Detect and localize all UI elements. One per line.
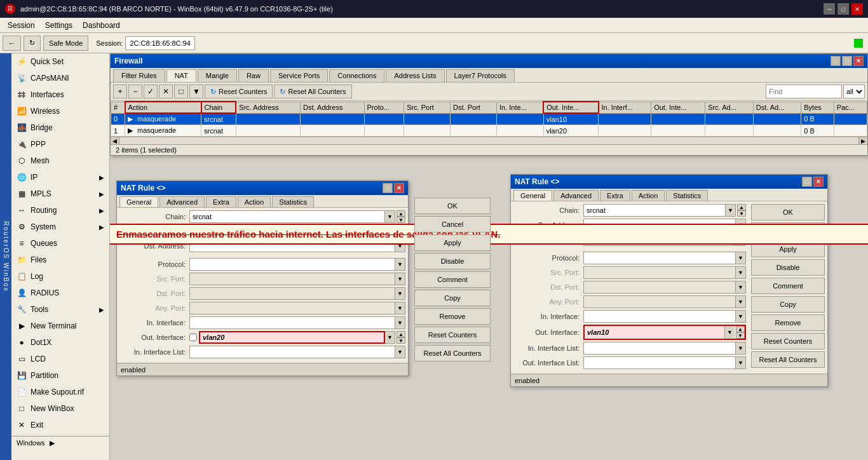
r-out-interface-dropdown-btn[interactable]: ▼ xyxy=(724,326,735,339)
nat-left-disable-button[interactable]: Disable xyxy=(414,253,491,269)
r-in-interface-input[interactable] xyxy=(583,310,736,323)
nat-right-remove-button[interactable]: Remove xyxy=(751,315,825,331)
col-src-addr[interactable]: Src. Address xyxy=(236,102,300,113)
col-pac[interactable]: Pac... xyxy=(834,102,867,113)
tab-address-lists[interactable]: Address Lists xyxy=(386,69,444,82)
chain-input[interactable] xyxy=(189,210,385,223)
nat-right-minimize[interactable]: □ xyxy=(802,177,812,187)
tab-layer7[interactable]: Layer7 Protocols xyxy=(446,69,515,82)
firewall-close[interactable]: ✕ xyxy=(853,56,864,66)
r-out-interface-list-dropdown-btn[interactable]: ▼ xyxy=(736,356,746,369)
menu-settings[interactable]: Settings xyxy=(40,20,78,31)
nat-right-comment-button[interactable]: Comment xyxy=(751,278,825,294)
col-in-intf2[interactable]: In. Interf... xyxy=(599,102,651,113)
r-in-interface-list-dropdown-btn[interactable]: ▼ xyxy=(736,342,746,355)
chain-down-btn[interactable]: ▼ xyxy=(397,217,405,223)
find-select[interactable]: all xyxy=(843,85,865,98)
col-src-ad[interactable]: Src. Ad... xyxy=(705,102,754,113)
nat-right-ok-button[interactable]: OK xyxy=(751,204,825,220)
nat-left-tab-extra[interactable]: Extra xyxy=(206,196,236,207)
add-rule-button[interactable]: + xyxy=(113,85,127,98)
remove-rule-button[interactable]: − xyxy=(128,85,142,98)
chain-up-btn[interactable]: ▲ xyxy=(397,210,405,217)
disable-rule-button[interactable]: ✕ xyxy=(159,85,173,98)
r-out-interface-up-btn[interactable]: ▲ xyxy=(736,326,745,332)
nat-right-disable-button[interactable]: Disable xyxy=(751,259,825,276)
nat-left-tab-action[interactable]: Action xyxy=(238,196,271,207)
sidebar-item-system[interactable]: ⚙ System ▶ xyxy=(11,219,109,235)
nat-left-ok-button[interactable]: OK xyxy=(414,198,491,214)
sidebar-item-wireless[interactable]: 📶 Wireless xyxy=(11,103,109,119)
col-action[interactable]: Action xyxy=(125,102,201,113)
nat-right-tab-extra[interactable]: Extra xyxy=(600,190,630,201)
col-chain[interactable]: Chain xyxy=(201,102,236,113)
in-interface-input[interactable] xyxy=(189,316,395,329)
r-protocol-input[interactable] xyxy=(583,252,736,264)
tab-nat[interactable]: NAT xyxy=(166,69,196,82)
tab-service-ports[interactable]: Service Ports xyxy=(270,69,328,82)
col-out-intf[interactable]: Out. Inte... xyxy=(543,102,598,113)
close-button[interactable]: ✕ xyxy=(851,3,863,15)
nat-left-close[interactable]: ✕ xyxy=(394,183,404,193)
protocol-dropdown-btn[interactable]: ▼ xyxy=(395,258,405,271)
col-src-port[interactable]: Src. Port xyxy=(404,102,451,113)
r-chain-input[interactable] xyxy=(583,204,726,217)
sidebar-item-ppp[interactable]: 🔌 PPP xyxy=(11,136,109,152)
out-interface-up-btn[interactable]: ▲ xyxy=(397,331,405,337)
r-in-interface-dropdown-btn[interactable]: ▼ xyxy=(736,310,746,323)
table-row[interactable]: 0 ▶ masquerade srcnat xyxy=(111,113,867,125)
sidebar-item-quick-set[interactable]: ⚡ Quick Set xyxy=(11,53,109,70)
firewall-maximize[interactable]: □ xyxy=(842,56,852,66)
nat-right-reset-all-counters-button[interactable]: Reset All Counters xyxy=(751,351,825,368)
scroll-left[interactable]: ◀ xyxy=(111,137,119,144)
r-out-interface-down-btn[interactable]: ▼ xyxy=(736,332,745,339)
nat-left-remove-button[interactable]: Remove xyxy=(414,308,491,325)
sidebar-item-queues[interactable]: ≡ Queues xyxy=(11,235,109,252)
nat-left-cancel-button[interactable]: Cancel xyxy=(414,216,491,233)
r-out-interface-list-input[interactable] xyxy=(583,356,736,369)
menu-dashboard[interactable]: Dashboard xyxy=(78,20,125,31)
out-interface-checkbox[interactable] xyxy=(189,334,197,341)
col-dst-addr[interactable]: Dst. Address xyxy=(301,102,364,113)
refresh-button[interactable]: ↻ xyxy=(24,36,41,51)
copy-rule-button[interactable]: □ xyxy=(174,85,188,98)
nat-right-copy-button[interactable]: Copy xyxy=(751,296,825,313)
nat-right-reset-counters-button[interactable]: Reset Counters xyxy=(751,333,825,349)
nat-left-tab-general[interactable]: General xyxy=(119,196,158,207)
tab-raw[interactable]: Raw xyxy=(238,69,269,82)
scroll-right[interactable]: ▶ xyxy=(858,137,867,144)
out-interface-down-btn[interactable]: ▼ xyxy=(397,337,405,344)
chain-dropdown-btn[interactable]: ▼ xyxy=(385,210,395,223)
in-interface-list-input[interactable] xyxy=(189,346,395,358)
any-port-dropdown-btn[interactable]: ▼ xyxy=(395,302,405,315)
any-port-input[interactable] xyxy=(189,302,395,315)
nat-left-comment-button[interactable]: Comment xyxy=(414,271,491,288)
r-chain-down-btn[interactable]: ▼ xyxy=(737,210,746,217)
tab-connections[interactable]: Connections xyxy=(329,69,384,82)
sidebar-item-exit[interactable]: ✕ Exit xyxy=(11,417,109,433)
out-interface-input[interactable] xyxy=(199,331,385,344)
tab-filter-rules[interactable]: Filter Rules xyxy=(113,69,165,82)
dst-port-input[interactable] xyxy=(189,287,395,300)
r-chain-dropdown-btn[interactable]: ▼ xyxy=(726,204,736,217)
r-any-port-dropdown-btn[interactable]: ▼ xyxy=(736,295,746,308)
nat-left-reset-counters-button[interactable]: Reset Counters xyxy=(414,327,491,343)
r-src-port-dropdown-btn[interactable]: ▼ xyxy=(736,266,746,279)
nat-left-tab-statistics[interactable]: Statistics xyxy=(272,196,314,207)
back-button[interactable]: ← xyxy=(3,36,21,51)
nat-left-reset-all-counters-button[interactable]: Reset All Counters xyxy=(414,345,491,362)
r-any-port-input[interactable] xyxy=(583,295,736,308)
sidebar-item-tools[interactable]: 🔧 Tools ▶ xyxy=(11,301,109,318)
nat-left-tab-advanced[interactable]: Advanced xyxy=(159,196,205,207)
r-in-interface-list-input[interactable] xyxy=(583,342,736,355)
menu-session[interactable]: Session xyxy=(3,20,40,31)
nat-left-apply-button[interactable]: Apply xyxy=(414,234,491,251)
sidebar-item-bridge[interactable]: 🌉 Bridge xyxy=(11,119,109,136)
sidebar-item-routing[interactable]: ↔ Routing ▶ xyxy=(11,202,109,219)
r-dst-port-dropdown-btn[interactable]: ▼ xyxy=(736,281,746,294)
col-num[interactable]: # xyxy=(111,102,125,113)
r-protocol-dropdown-btn[interactable]: ▼ xyxy=(736,252,746,264)
sidebar-item-new-winbox[interactable]: □ New WinBox xyxy=(11,400,109,417)
r-src-port-input[interactable] xyxy=(583,266,736,279)
col-proto[interactable]: Proto... xyxy=(364,102,404,113)
